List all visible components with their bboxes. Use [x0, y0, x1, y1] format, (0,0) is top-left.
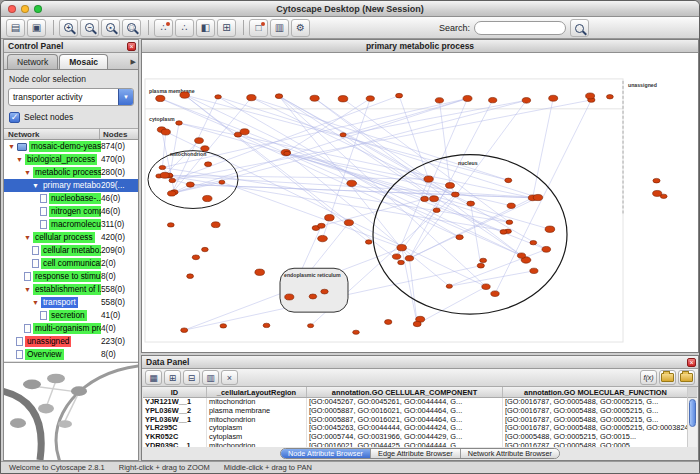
node-color-dropdown[interactable]: transporter activity ▼: [8, 88, 134, 106]
network-node[interactable]: [477, 263, 484, 268]
select-nodes-checkbox[interactable]: ✓: [9, 112, 20, 123]
tree-row[interactable]: ▼mosaic-demo-yeast874(0): [4, 140, 138, 153]
close-panel-button[interactable]: ×: [127, 42, 136, 51]
network-node[interactable]: [480, 258, 487, 262]
network-node[interactable]: [263, 323, 270, 327]
export-attributes-button[interactable]: [678, 370, 695, 385]
expand-arrow-icon[interactable]: ▼: [24, 286, 33, 293]
network-node[interactable]: [500, 230, 507, 235]
network-node[interactable]: [366, 96, 374, 101]
match-attributes-button[interactable]: ▥: [202, 370, 219, 385]
tree-row[interactable]: ▼cellular process420(0): [4, 231, 138, 244]
network-node[interactable]: [413, 321, 421, 326]
network-node[interactable]: [507, 203, 515, 208]
open-session-button[interactable]: ▤: [6, 19, 25, 37]
create-attribute-button[interactable]: ⊞: [164, 370, 181, 385]
network-node[interactable]: [169, 178, 176, 182]
network-node[interactable]: [530, 268, 538, 273]
clear-table-button[interactable]: ×: [221, 370, 238, 385]
network-node[interactable]: [205, 162, 212, 167]
expand-arrow-icon[interactable]: ▼: [24, 234, 33, 241]
zoom-in-button[interactable]: +: [59, 19, 78, 37]
network-node[interactable]: [353, 330, 360, 334]
chevron-down-icon[interactable]: ▼: [118, 89, 133, 105]
network-node[interactable]: [168, 191, 176, 196]
network-node[interactable]: [446, 183, 455, 189]
network-node[interactable]: [338, 96, 348, 102]
tree-row[interactable]: ▼metabolic process280(0): [4, 166, 138, 179]
network-node[interactable]: [195, 138, 204, 144]
network-edge[interactable]: [417, 287, 486, 324]
network-node[interactable]: [607, 95, 614, 99]
network-node[interactable]: [176, 121, 183, 125]
network-node[interactable]: [167, 223, 174, 227]
tree-row[interactable]: macromolecule...311(0): [4, 218, 138, 231]
network-edge[interactable]: [343, 99, 509, 222]
equation-builder-button[interactable]: f(x): [640, 370, 657, 385]
tree-header-nodes[interactable]: Nodes: [99, 129, 127, 139]
annotation-button[interactable]: □: [249, 19, 268, 37]
network-node[interactable]: [463, 95, 472, 101]
tree-row[interactable]: ▼transport558(0): [4, 296, 138, 309]
tree-row[interactable]: ▼establishment of l...558(0): [4, 283, 138, 296]
network-node[interactable]: [240, 129, 249, 135]
close-panel-button[interactable]: ×: [687, 358, 696, 367]
network-node[interactable]: [285, 294, 294, 300]
network-node[interactable]: [653, 178, 660, 183]
tree-row[interactable]: unassigned223(0): [4, 335, 138, 348]
table-scrollbar[interactable]: [687, 387, 697, 447]
table-row[interactable]: YPL036W__2plasma membrane[GO:0005887, GO…: [143, 407, 687, 416]
network-node[interactable]: [542, 246, 551, 252]
tree-row[interactable]: nitrogen compo...46(0): [4, 205, 138, 218]
print-button[interactable]: ▣: [27, 19, 46, 37]
new-network-button[interactable]: ∴: [175, 19, 194, 37]
tab-mosaic[interactable]: Mosaic: [59, 54, 108, 69]
network-view-title[interactable]: primary metabolic process: [142, 40, 698, 53]
network-node[interactable]: [202, 247, 209, 251]
network-node[interactable]: [219, 180, 225, 184]
network-node[interactable]: [211, 222, 220, 228]
network-node[interactable]: [344, 220, 353, 226]
column-header[interactable]: annotation.GO MOLECULAR_FUNCTION: [503, 387, 687, 397]
network-edge[interactable]: [160, 98, 521, 255]
tree-row[interactable]: ▼biological_process470(0): [4, 153, 138, 166]
network-node[interactable]: [318, 223, 326, 228]
tree-row[interactable]: multi-organism pro...4(0): [4, 322, 138, 335]
network-node[interactable]: [203, 195, 212, 201]
network-edge[interactable]: [279, 96, 486, 287]
column-header[interactable]: ID: [143, 387, 207, 397]
network-node[interactable]: [467, 201, 475, 206]
network-node[interactable]: [156, 95, 165, 101]
tab-node-attribute-browser[interactable]: Node Attribute Browser: [281, 449, 371, 458]
column-header[interactable]: annotation.GO CELLULAR_COMPONENT: [307, 387, 503, 397]
minimize-window-button[interactable]: [21, 5, 29, 13]
network-edge[interactable]: [315, 98, 522, 255]
expand-arrow-icon[interactable]: ▼: [24, 169, 33, 176]
first-neighbors-button[interactable]: ◧: [196, 19, 215, 37]
tree-row[interactable]: response to stimul...8(0): [4, 270, 138, 283]
network-node[interactable]: [433, 208, 440, 213]
scrollbar-thumb[interactable]: [689, 399, 696, 427]
network-node[interactable]: [586, 93, 595, 99]
network-edge[interactable]: [172, 98, 252, 194]
network-node[interactable]: [220, 324, 227, 328]
search-options-button[interactable]: [570, 19, 589, 37]
network-node[interactable]: [506, 220, 513, 224]
network-node[interactable]: [522, 98, 530, 104]
network-edge[interactable]: [218, 97, 538, 198]
network-node[interactable]: [215, 95, 222, 99]
zoom-selected-button[interactable]: ▪: [101, 19, 120, 37]
network-node[interactable]: [310, 95, 319, 101]
network-node[interactable]: [201, 146, 209, 151]
network-node[interactable]: [398, 260, 405, 264]
network-node[interactable]: [284, 151, 291, 155]
network-edge[interactable]: [321, 199, 424, 226]
network-node[interactable]: [405, 256, 413, 261]
network-node[interactable]: [491, 291, 499, 297]
network-edge[interactable]: [287, 153, 449, 286]
network-edge[interactable]: [449, 249, 546, 286]
network-node[interactable]: [347, 180, 357, 186]
delete-attribute-button[interactable]: ⊟: [183, 370, 200, 385]
network-node[interactable]: [482, 284, 490, 290]
table-row[interactable]: YPL036W__1mitochondrion[GO:0005887, GO:0…: [143, 416, 687, 425]
